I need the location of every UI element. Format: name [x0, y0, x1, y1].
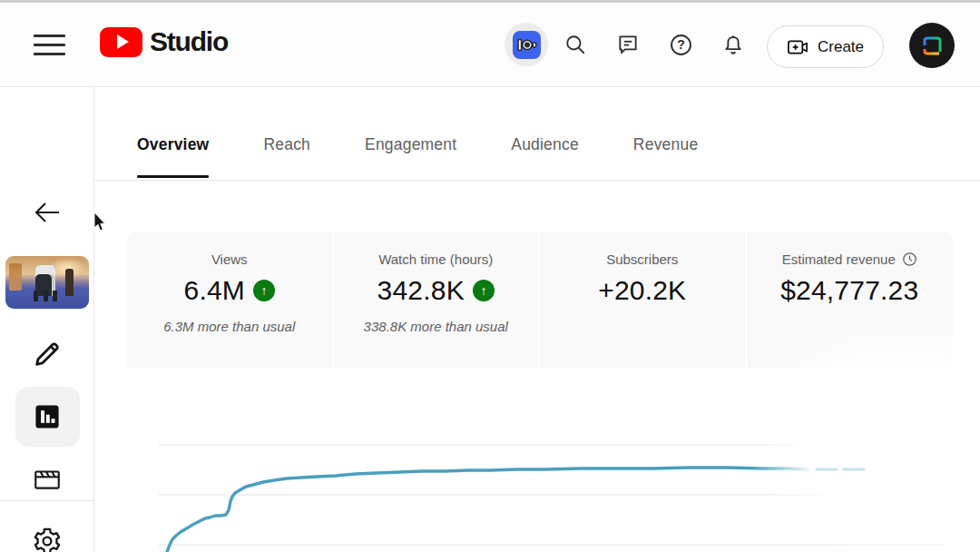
help-icon: ?: [669, 33, 693, 57]
vidiq-extension-button[interactable]: [505, 23, 548, 66]
create-video-icon: [787, 37, 809, 57]
metric-card-estimated-revenue[interactable]: Estimated revenue $24,777.23: [747, 232, 954, 368]
clock-icon: [902, 251, 917, 267]
gear-icon: [32, 526, 63, 552]
mouse-cursor: [93, 212, 108, 232]
thumbnail-structure: [9, 263, 22, 291]
trend-up-icon: ↑: [253, 280, 275, 301]
hamburger-menu-icon[interactable]: [34, 34, 65, 58]
message-icon: [616, 33, 640, 56]
notifications-button[interactable]: [711, 23, 755, 66]
tab-audience[interactable]: Audience: [511, 109, 579, 180]
create-button[interactable]: Create: [767, 25, 884, 68]
analytics-tabs: Overview Reach Engagement Audience Reven…: [94, 109, 980, 181]
key-metrics-strip: Views 6.4M ↑ 6.3M more than usual Watch …: [127, 232, 953, 368]
svg-text:?: ?: [677, 37, 685, 52]
vidiq-icon: [513, 31, 541, 59]
sidebar-item-settings[interactable]: [0, 525, 94, 552]
feedback-message-button[interactable]: [606, 23, 650, 66]
metric-card-subscribers[interactable]: Subscribers +20.2K: [540, 232, 747, 368]
thumbnail-person: [65, 269, 74, 296]
pencil-icon: [32, 339, 63, 370]
metric-value: 342.8K: [377, 275, 465, 306]
help-button[interactable]: ?: [659, 23, 702, 66]
create-button-label: Create: [818, 38, 864, 56]
metric-card-watch-time[interactable]: Watch time (hours) 342.8K ↑ 338.8K more …: [334, 232, 541, 368]
channel-logo-icon: [909, 23, 955, 68]
channel-avatar[interactable]: [909, 23, 955, 68]
youtube-play-icon: [100, 27, 142, 57]
tab-reach[interactable]: Reach: [263, 109, 310, 180]
chart-line-faint-segments: [799, 458, 880, 481]
sidebar: [0, 87, 94, 552]
sidebar-item-analytics[interactable]: [0, 400, 94, 433]
youtube-studio-logo[interactable]: Studio: [100, 26, 228, 57]
metric-note: 6.3M more than usual: [163, 319, 295, 334]
sidebar-divider: [0, 500, 94, 501]
metric-value: $24,777.23: [780, 275, 918, 306]
bell-icon: [721, 33, 745, 56]
tab-revenue[interactable]: Revenue: [633, 109, 698, 180]
search-icon: [564, 33, 587, 56]
metric-label: Estimated revenue: [782, 251, 896, 267]
metric-label: Watch time (hours): [378, 251, 493, 267]
metric-card-views[interactable]: Views 6.4M ↑ 6.3M more than usual: [127, 232, 334, 368]
metric-value: +20.2K: [598, 275, 686, 306]
sidebar-item-details[interactable]: [0, 338, 94, 370]
search-button[interactable]: [554, 23, 597, 66]
video-thumbnail[interactable]: [5, 256, 89, 309]
metric-value: 6.4M: [184, 275, 246, 306]
trend-up-icon: ↑: [473, 280, 495, 301]
analytics-icon: [33, 402, 62, 431]
back-arrow-icon: [33, 201, 62, 224]
back-button[interactable]: [0, 194, 94, 231]
metric-label: Subscribers: [606, 251, 678, 267]
metric-note: 338.8K more than usual: [364, 319, 508, 334]
clapperboard-icon: [32, 466, 63, 493]
tab-engagement[interactable]: Engagement: [365, 109, 456, 180]
app-header: Studio: [0, 3, 980, 87]
tab-overview[interactable]: Overview: [137, 109, 209, 180]
sidebar-item-editor[interactable]: [0, 463, 94, 496]
metric-label: Views: [211, 251, 248, 267]
studio-wordmark: Studio: [150, 26, 228, 57]
youtube-studio-analytics-page: Studio: [0, 0, 980, 552]
thumbnail-robot-legs: [34, 291, 57, 301]
